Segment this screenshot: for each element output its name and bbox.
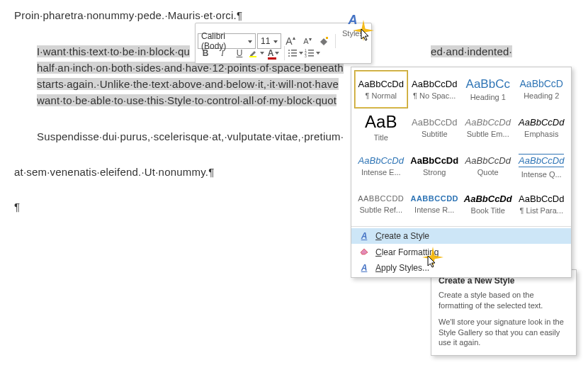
mini-toolbar: Calibri (Body) 11 A▴ A▾ A Styles B I U A…	[195, 23, 372, 64]
style-name-label: Book Title	[471, 206, 505, 215]
style-gallery-item[interactable]: AaBbCcDdIntense Q...	[515, 147, 569, 185]
create-style-icon: A	[358, 231, 370, 241]
style-preview: AaBbCcD	[520, 79, 563, 89]
style-preview: AaBbCcDd	[358, 79, 404, 89]
style-name-label: Title	[374, 133, 388, 142]
style-name-label: ¶ No Spac...	[413, 91, 456, 100]
style-preview: AABBCCDD	[410, 195, 458, 203]
style-gallery-item[interactable]: AABBCCDDSubtle Ref...	[354, 185, 408, 223]
apply-styles-icon: A	[358, 263, 370, 273]
svg-rect-13	[308, 55, 314, 57]
style-preview: AABBCCDD	[358, 195, 404, 203]
create-style-menu-item[interactable]: A Create a Style	[351, 228, 571, 244]
style-name-label: ¶ List Para...	[519, 206, 563, 215]
style-gallery-item[interactable]: AaBbCcDdBook Title	[461, 185, 515, 223]
svg-rect-0	[326, 37, 328, 39]
eraser-icon	[358, 247, 370, 257]
style-name-label: Strong	[423, 168, 446, 176]
styles-gallery-popup: AaBbCcDd¶ NormalAaBbCcDd¶ No Spac...AaBb…	[351, 67, 572, 278]
svg-rect-11	[308, 52, 314, 54]
apply-styles-label: Apply Styles...	[375, 263, 429, 273]
clear-formatting-menu-item[interactable]: Clear Formatting	[351, 244, 571, 260]
svg-rect-9	[308, 50, 314, 51]
style-gallery-item[interactable]: AaBbCcDdEmphasis	[515, 108, 569, 147]
style-preview: AaBbCcDd	[519, 118, 564, 127]
svg-rect-1	[249, 56, 256, 57]
style-preview: AaBbCcDd	[464, 194, 512, 203]
svg-text:3: 3	[305, 54, 307, 57]
style-gallery-item[interactable]: AaBbCcDd¶ Normal	[354, 70, 408, 108]
style-preview: AaBbCcDd	[412, 118, 457, 127]
svg-point-2	[288, 50, 290, 51]
style-gallery-item[interactable]: AaBbCcDdSubtle Em...	[461, 108, 515, 147]
style-name-label: Quote	[477, 168, 499, 176]
numbering-button[interactable]: 123	[305, 45, 320, 61]
cursor-icon	[427, 255, 437, 268]
style-gallery-item[interactable]: AaBbCcDHeading 2	[515, 70, 569, 108]
style-preview: AaBbCcDd	[358, 156, 404, 165]
underline-button[interactable]: U	[232, 45, 247, 61]
svg-point-4	[288, 52, 290, 54]
tooltip: Create a New Style Create a style based …	[431, 269, 577, 356]
font-color-button[interactable]: A	[266, 45, 281, 61]
style-name-label: Subtle Ref...	[359, 206, 402, 214]
tooltip-paragraph: We'll store your signature look in the S…	[439, 317, 569, 349]
style-gallery-item[interactable]: AaBbCcDdIntense E...	[354, 147, 408, 185]
apply-styles-menu-item[interactable]: A Apply Styles...	[351, 260, 571, 276]
style-preview: AaBbCcDd	[465, 156, 511, 165]
style-preview: AaBbCcDd	[519, 194, 564, 203]
italic-button[interactable]: I	[215, 45, 230, 61]
style-name-label: Heading 2	[524, 91, 559, 100]
bold-button[interactable]: B	[198, 45, 213, 61]
style-name-label: ¶ Normal	[366, 91, 397, 100]
style-preview: AaBbCcDd	[412, 79, 457, 89]
style-preview: AaBbCc	[466, 78, 510, 90]
svg-point-6	[288, 55, 290, 57]
style-preview: AaBbCcDd	[465, 118, 511, 127]
tooltip-paragraph: Create a style based on the formatting o…	[439, 290, 569, 311]
style-preview: AaBbCcDd	[410, 156, 458, 165]
highlight-button[interactable]	[249, 45, 264, 61]
style-name-label: Subtitle	[422, 130, 448, 138]
style-name-label: Heading 1	[470, 93, 506, 101]
svg-rect-3	[291, 50, 297, 51]
svg-rect-7	[291, 55, 297, 57]
style-gallery-item[interactable]: AaBbCcDd¶ No Spac...	[408, 70, 462, 108]
style-name-label: Subtle Em...	[467, 130, 509, 138]
cursor-icon	[361, 28, 371, 41]
style-name-label: Intense R...	[414, 206, 454, 214]
style-gallery-item[interactable]: AABBCCDDIntense R...	[408, 185, 462, 223]
selected-text: I·want·this·text·to·be·in·block·qu	[37, 45, 190, 57]
bullets-button[interactable]	[288, 45, 303, 61]
create-style-label: Create a Style	[375, 231, 429, 241]
style-name-label: Emphasis	[524, 130, 558, 138]
style-name-label: Intense Q...	[521, 170, 562, 179]
style-gallery-item[interactable]: AaBbCcDdStrong	[408, 147, 462, 185]
paragraph: Proin·pharetra·nonummy·pede.·Mauris·et·o…	[14, 7, 574, 23]
style-gallery-item[interactable]: AaBTitle	[354, 108, 408, 147]
style-preview: AaB	[365, 113, 397, 130]
style-gallery-item[interactable]: AaBbCcDdQuote	[461, 147, 515, 185]
style-gallery-item[interactable]: AaBbCcDd¶ List Para...	[515, 185, 569, 223]
style-gallery-item[interactable]: AaBbCcHeading 1	[461, 70, 515, 108]
style-gallery-item[interactable]: AaBbCcDdSubtitle	[408, 108, 462, 147]
style-name-label: Intense E...	[361, 168, 401, 176]
style-preview: AaBbCcDd	[519, 154, 564, 167]
svg-rect-5	[291, 52, 297, 54]
